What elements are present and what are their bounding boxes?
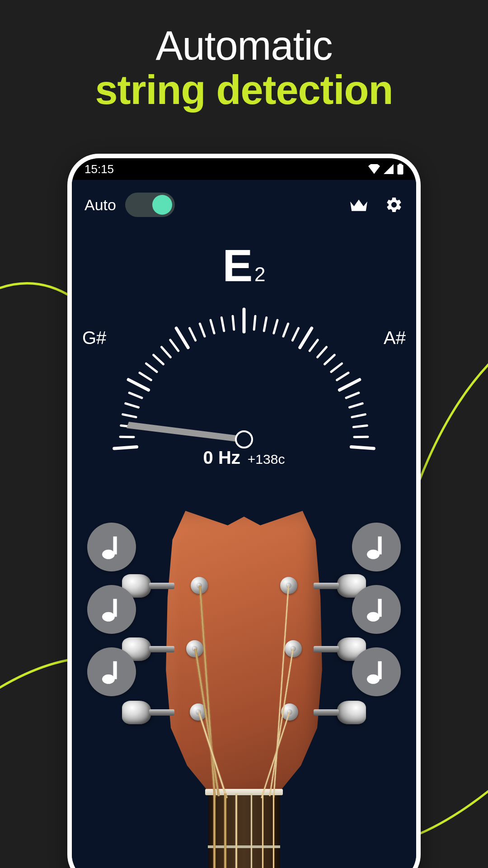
svg-line-31 bbox=[337, 373, 348, 380]
svg-line-29 bbox=[324, 355, 334, 364]
signal-icon bbox=[384, 164, 394, 174]
svg-line-32 bbox=[339, 380, 359, 390]
headline-line-2: string detection bbox=[0, 67, 488, 113]
svg-point-41 bbox=[102, 612, 115, 622]
svg-rect-46 bbox=[378, 537, 382, 555]
svg-point-49 bbox=[367, 675, 380, 684]
svg-rect-44 bbox=[113, 661, 117, 679]
svg-point-43 bbox=[102, 675, 115, 684]
string-button-4[interactable] bbox=[352, 523, 401, 571]
svg-line-34 bbox=[349, 403, 362, 407]
marketing-headline: Automatic string detection bbox=[0, 0, 488, 113]
guitar-string bbox=[262, 793, 263, 868]
headstock-wood bbox=[163, 511, 325, 800]
svg-point-47 bbox=[367, 612, 380, 622]
svg-line-28 bbox=[318, 347, 327, 357]
svg-line-10 bbox=[146, 363, 157, 372]
gauge-needle bbox=[127, 422, 244, 443]
note-icon bbox=[366, 597, 387, 622]
status-time: 15:15 bbox=[84, 162, 114, 176]
svg-line-22 bbox=[264, 318, 266, 331]
svg-rect-50 bbox=[378, 661, 382, 679]
svg-line-6 bbox=[126, 403, 139, 407]
svg-line-17 bbox=[211, 320, 214, 333]
status-bar: 15:15 bbox=[72, 158, 416, 180]
guitar-string bbox=[273, 793, 274, 868]
app-topbar: Auto bbox=[72, 180, 416, 217]
string-buttons-right bbox=[352, 523, 401, 696]
svg-line-38 bbox=[351, 447, 374, 448]
svg-point-45 bbox=[367, 550, 380, 559]
svg-line-37 bbox=[354, 437, 368, 437]
guitar-neck bbox=[208, 791, 280, 868]
tuning-gauge: G# A# bbox=[86, 301, 402, 454]
gauge-flat-label: G# bbox=[82, 328, 106, 348]
note-icon bbox=[101, 534, 122, 560]
svg-rect-0 bbox=[397, 165, 403, 175]
string-buttons-left bbox=[87, 523, 136, 696]
guitar-string bbox=[235, 793, 237, 868]
svg-point-39 bbox=[102, 550, 115, 559]
note-letter: E bbox=[222, 240, 253, 292]
note-icon bbox=[366, 659, 387, 684]
svg-line-16 bbox=[200, 324, 205, 336]
battery-icon bbox=[397, 164, 404, 175]
guitar-string bbox=[224, 793, 226, 868]
guitar-headstock bbox=[163, 511, 325, 868]
svg-line-23 bbox=[274, 320, 277, 333]
crown-icon bbox=[349, 198, 368, 212]
tuning-peg bbox=[312, 700, 366, 725]
svg-line-3 bbox=[120, 437, 134, 437]
guitar-string bbox=[213, 793, 216, 868]
auto-label: Auto bbox=[84, 196, 116, 214]
auto-mode-group: Auto bbox=[84, 193, 175, 217]
gauge-pivot bbox=[236, 431, 252, 448]
guitar-fret bbox=[208, 845, 280, 848]
svg-line-7 bbox=[129, 393, 142, 398]
string-button-5[interactable] bbox=[352, 585, 401, 634]
svg-line-19 bbox=[233, 316, 234, 330]
svg-line-5 bbox=[123, 415, 136, 417]
premium-button[interactable] bbox=[349, 195, 368, 214]
svg-line-25 bbox=[292, 328, 298, 340]
svg-rect-42 bbox=[113, 599, 117, 617]
note-icon bbox=[101, 597, 122, 622]
svg-line-9 bbox=[140, 373, 151, 380]
string-button-6[interactable] bbox=[352, 647, 401, 696]
detected-note: E2 bbox=[72, 240, 416, 292]
svg-line-14 bbox=[176, 328, 188, 348]
auto-toggle[interactable] bbox=[125, 193, 175, 217]
svg-line-13 bbox=[170, 340, 178, 351]
svg-line-26 bbox=[300, 328, 312, 348]
svg-rect-1 bbox=[399, 164, 402, 165]
svg-line-24 bbox=[283, 324, 288, 336]
note-icon bbox=[366, 534, 387, 560]
tuning-peg bbox=[122, 700, 176, 725]
svg-line-30 bbox=[331, 363, 342, 372]
string-button-3[interactable] bbox=[87, 647, 136, 696]
headline-line-1: Automatic bbox=[0, 23, 488, 69]
phone-frame: 15:15 Auto bbox=[67, 154, 421, 868]
svg-line-36 bbox=[353, 425, 367, 427]
svg-line-21 bbox=[254, 316, 255, 330]
phone-screen: 15:15 Auto bbox=[72, 158, 416, 868]
svg-line-11 bbox=[154, 355, 164, 364]
gauge-sharp-label: A# bbox=[384, 328, 406, 348]
svg-line-15 bbox=[189, 328, 195, 340]
note-octave: 2 bbox=[254, 263, 265, 286]
note-icon bbox=[101, 659, 122, 684]
svg-rect-40 bbox=[113, 537, 117, 555]
svg-line-12 bbox=[161, 347, 170, 357]
guitar-string bbox=[251, 793, 252, 868]
gauge-svg bbox=[86, 301, 402, 454]
toggle-thumb bbox=[152, 195, 172, 215]
svg-line-8 bbox=[128, 380, 148, 390]
string-button-2[interactable] bbox=[87, 585, 136, 634]
svg-rect-48 bbox=[378, 599, 382, 617]
wifi-icon bbox=[368, 164, 380, 174]
settings-button[interactable] bbox=[385, 195, 404, 214]
svg-line-27 bbox=[310, 340, 318, 351]
string-button-1[interactable] bbox=[87, 523, 136, 571]
app-content: Auto E2 G# A# bbox=[72, 180, 416, 868]
svg-line-2 bbox=[114, 447, 137, 448]
